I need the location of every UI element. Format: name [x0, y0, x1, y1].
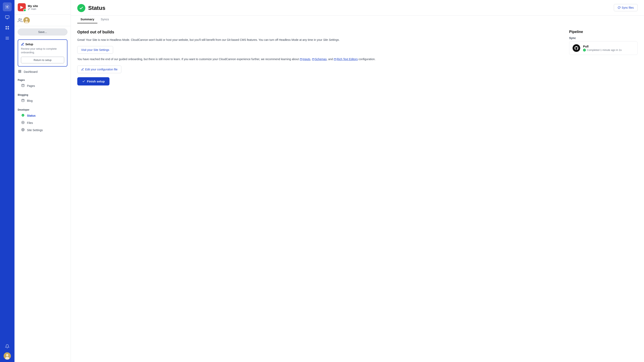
notification-icon[interactable]	[3, 342, 12, 351]
rte-icon	[334, 58, 336, 61]
sidebar-header: ▶ My site main	[14, 0, 71, 15]
return-to-setup-button[interactable]: Return to setup	[21, 57, 64, 63]
sync-icon	[618, 6, 620, 9]
developer-section-title: Developer	[18, 108, 68, 111]
checkmark-icon	[82, 80, 85, 83]
save-button[interactable]: Save...	[18, 28, 68, 35]
svg-point-15	[30, 8, 30, 9]
sync-files-button[interactable]: Sync files	[614, 4, 638, 11]
nav-item-pages[interactable]: Pages	[18, 82, 68, 89]
blogging-section-title: Blogging	[18, 93, 68, 96]
svg-point-16	[28, 9, 29, 10]
main-section: Opted out of builds Great! Your Site is …	[77, 30, 561, 356]
pull-status-dot: ✓	[583, 49, 586, 51]
svg-point-32	[22, 121, 24, 124]
svg-rect-25	[22, 84, 24, 87]
svg-rect-22	[20, 70, 21, 71]
page-title-row: Status	[77, 4, 106, 15]
setup-card: Setup Review your setup to complete onbo…	[18, 39, 68, 66]
pencil-icon	[21, 43, 24, 46]
tab-summary[interactable]: Summary	[77, 15, 98, 23]
page-body: Opted out of builds Great! Your Site is …	[71, 23, 644, 362]
nav-blogging-section: Blogging Blog	[14, 90, 71, 105]
svg-rect-23	[18, 72, 20, 73]
onboarding-description: You have reached the end of our guided o…	[77, 57, 561, 61]
svg-rect-24	[20, 72, 21, 73]
sync-label: Sync	[569, 36, 638, 40]
list-icon[interactable]	[3, 34, 12, 43]
sidebar: ▶ My site main Save... Setup Review your	[14, 0, 71, 362]
icon-rail	[0, 0, 14, 362]
inputs-link[interactable]: Inputs	[300, 57, 310, 61]
svg-rect-37	[312, 58, 314, 60]
schemas-link[interactable]: Schemas	[312, 57, 327, 61]
user-avatar-rail[interactable]	[4, 352, 11, 360]
section-heading: Opted out of builds	[77, 30, 561, 34]
tabs-bar: Summary Syncs	[71, 15, 644, 23]
nav-item-files[interactable]: Files	[18, 119, 68, 126]
site-active-badge	[23, 9, 26, 12]
page-title: Status	[88, 5, 106, 11]
pull-status: ✓ Completed 1 minute ago in 1s	[583, 48, 634, 51]
edit-config-button[interactable]: Edit your configuration file	[77, 65, 121, 73]
user-avatar-sidebar[interactable]	[23, 17, 30, 23]
nav-item-dashboard[interactable]: Dashboard	[14, 68, 71, 75]
svg-rect-4	[6, 26, 7, 27]
dashboard-icon	[18, 70, 22, 74]
pipeline-card: Pull ✓ Completed 1 minute ago in 1s	[569, 41, 638, 55]
files-icon	[21, 121, 25, 125]
svg-point-19	[26, 18, 28, 20]
finish-setup-button[interactable]: Finish setup	[77, 77, 110, 85]
edit-icon	[81, 68, 84, 71]
visit-site-settings-button[interactable]: Visit your Site Settings	[77, 46, 113, 54]
svg-rect-1	[6, 16, 9, 18]
pipeline-section: Pipeline Sync Pull ✓ Completed 1 minute …	[569, 30, 638, 356]
inputs-icon	[300, 58, 302, 61]
site-logo: ▶	[18, 3, 26, 11]
main-content: Status Sync files Summary Syncs Opted ou…	[71, 0, 644, 362]
user-avatars-row	[14, 15, 71, 26]
svg-rect-6	[6, 28, 7, 29]
svg-point-17	[19, 18, 20, 20]
monitor-icon[interactable]	[3, 13, 12, 22]
rte-link[interactable]: Rich Text Editors	[334, 57, 358, 61]
svg-point-34	[22, 129, 23, 130]
grid-icon[interactable]	[3, 23, 12, 32]
branch-icon	[28, 8, 30, 10]
site-name: My site	[28, 4, 68, 8]
nav-pages-section: Pages Pages	[14, 75, 71, 90]
svg-rect-27	[22, 99, 24, 102]
pipeline-info: Pull ✓ Completed 1 minute ago in 1s	[583, 45, 634, 51]
nav-developer-section: Developer Status Files Site Settings	[14, 105, 71, 135]
pages-section-title: Pages	[18, 79, 68, 81]
svg-rect-21	[18, 70, 20, 71]
nav-item-site-settings[interactable]: Site Settings	[18, 126, 68, 134]
svg-point-0	[7, 6, 8, 7]
svg-point-33	[22, 122, 23, 123]
nav-item-status[interactable]: Status	[18, 112, 68, 119]
page-header: Status Sync files	[71, 0, 644, 15]
nav-item-blog[interactable]: Blog	[18, 97, 68, 104]
opted-out-description: Great! Your Site is now in Headless Mode…	[77, 38, 561, 42]
setup-description: Review your setup to complete onboarding…	[21, 47, 64, 54]
site-branch: main	[28, 8, 68, 10]
pages-icon	[21, 84, 25, 88]
svg-rect-7	[8, 28, 9, 29]
users-icon	[18, 18, 22, 23]
nav-dashboard: Dashboard	[14, 68, 71, 75]
site-info: My site main	[28, 4, 68, 10]
blog-icon	[21, 99, 25, 103]
svg-point-12	[6, 354, 8, 356]
svg-rect-5	[8, 26, 9, 27]
setup-title: Setup	[21, 43, 64, 46]
svg-rect-35	[300, 58, 302, 60]
pipeline-title: Pipeline	[569, 30, 638, 34]
pull-name: Pull	[583, 45, 634, 48]
cloud-icon[interactable]	[3, 2, 12, 11]
status-check-icon	[77, 4, 85, 12]
schemas-icon	[312, 58, 314, 61]
tab-syncs[interactable]: Syncs	[98, 15, 112, 23]
settings-icon	[21, 128, 25, 132]
github-icon	[572, 44, 580, 52]
status-icon	[21, 114, 25, 118]
